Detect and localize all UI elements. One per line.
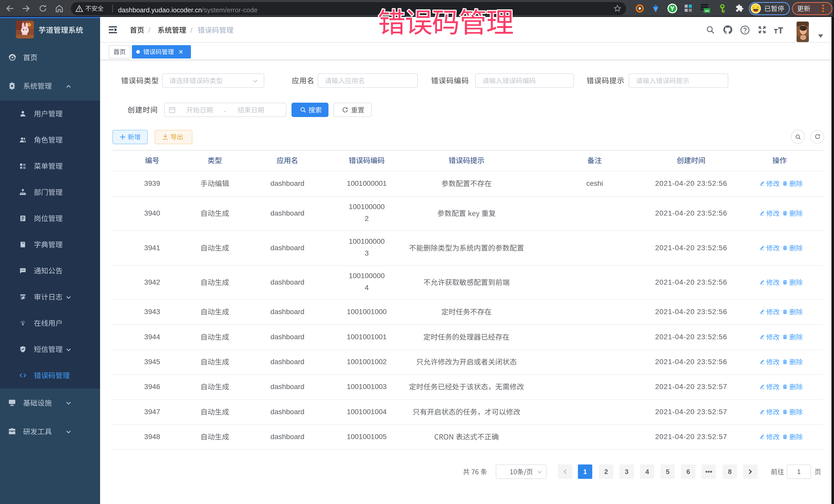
svg-text:on: on	[705, 9, 709, 13]
